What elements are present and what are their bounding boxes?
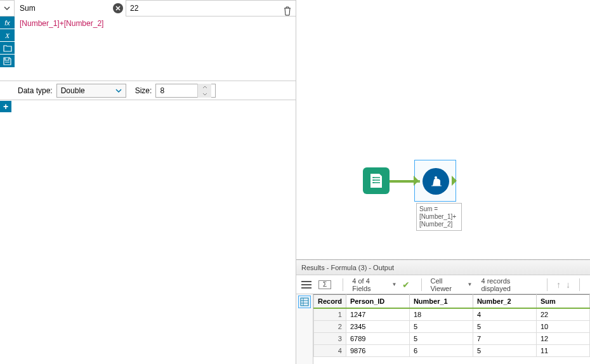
cell-personid: 1247 [346, 308, 409, 321]
cellviewer-caret-icon[interactable]: ▼ [468, 282, 473, 287]
results-toolbar: Σ 4 of 4 Fields ▼ ✔ Cell Viewer ▼ 4 reco… [296, 275, 590, 294]
fields-dropdown-caret-icon[interactable]: ▼ [392, 282, 397, 287]
svg-rect-5 [301, 298, 308, 306]
datatype-selected: Double [61, 86, 85, 95]
results-menu-icon[interactable] [300, 280, 313, 289]
delete-row-icon[interactable] [283, 6, 292, 18]
cell-number1: 5 [409, 321, 473, 333]
cell-number2: 4 [473, 308, 536, 321]
cell-number2: 5 [473, 345, 536, 357]
size-input[interactable] [156, 86, 197, 95]
expression-side-tools: fx X [0, 16, 15, 81]
table-view-icon[interactable] [298, 296, 311, 308]
size-label: Size: [135, 86, 152, 95]
formula-tool[interactable] [423, 168, 449, 195]
cell-number1: 5 [409, 333, 473, 345]
cell-record: 4 [314, 345, 346, 357]
cell-sum: 10 [536, 321, 589, 333]
results-view-strip [296, 294, 313, 364]
fields-summary: 4 of 4 Fields [352, 277, 388, 292]
datatype-row: Data type: Double Size: [0, 81, 296, 100]
size-stepper[interactable] [155, 84, 216, 98]
col-personid[interactable]: Person_ID [346, 295, 409, 309]
svg-point-4 [435, 176, 437, 179]
table-header-row: Record Person_ID Number_1 Number_2 Sum [314, 295, 590, 309]
save-disk-icon[interactable] [0, 55, 15, 67]
svg-point-0 [373, 177, 374, 178]
size-step-up[interactable] [198, 84, 211, 91]
cell-personid: 9876 [346, 345, 409, 357]
cell-number2: 7 [473, 333, 536, 345]
results-body: Record Person_ID Number_1 Number_2 Sum 1… [296, 294, 590, 364]
datatype-select[interactable]: Double [56, 84, 126, 98]
col-number1[interactable]: Number_1 [409, 295, 473, 309]
formula-field-row: 22 [0, 0, 296, 16]
results-table-container[interactable]: Record Person_ID Number_1 Number_2 Sum 1… [313, 294, 590, 364]
results-title: Results - Formula (3) - Output [296, 260, 590, 275]
cell-record: 3 [314, 333, 346, 345]
variables-icon[interactable]: X [0, 29, 15, 42]
datatype-label: Data type: [18, 86, 53, 95]
cell-sum: 11 [536, 345, 589, 357]
results-table: Record Person_ID Number_1 Number_2 Sum 1… [313, 294, 590, 357]
nav-down-icon[interactable]: ↓ [566, 280, 570, 290]
anchor-in-icon[interactable] [414, 176, 420, 186]
size-step-down[interactable] [198, 91, 211, 98]
table-row[interactable]: 367895712 [314, 333, 590, 345]
cell-personid: 6789 [346, 333, 409, 345]
svg-point-1 [373, 179, 374, 181]
add-formula-row: + [0, 100, 296, 113]
expression-area: fx X [Number_1]+[Number_2] [0, 16, 296, 81]
cell-number1: 18 [409, 308, 473, 321]
fields-check-icon[interactable]: ✔ [402, 280, 410, 290]
table-row[interactable]: 498766511 [314, 345, 590, 357]
cell-personid: 2345 [346, 321, 409, 333]
cell-record: 2 [314, 321, 346, 333]
formula-config-panel: 22 fx X [Number_1]+[Number_2] Data type:… [0, 0, 296, 364]
table-row[interactable]: 223455510 [314, 321, 590, 333]
cell-number2: 5 [473, 321, 536, 333]
output-field-name[interactable] [15, 0, 126, 16]
anchor-out-icon[interactable] [452, 176, 458, 186]
output-field-input[interactable] [18, 3, 101, 13]
expression-text: [Number_1]+[Number_2] [20, 19, 103, 28]
preview-value-cell: 22 [126, 4, 296, 13]
nav-up-icon[interactable]: ↑ [556, 280, 561, 290]
formula-tool-selected[interactable] [414, 160, 456, 202]
chevron-down-icon [115, 89, 122, 93]
clear-field-name-icon[interactable] [113, 3, 123, 13]
right-panel: Sum = [Number_1]+[Number_2] Results - Fo… [296, 0, 590, 364]
cell-record: 1 [314, 308, 346, 321]
cell-viewer-label[interactable]: Cell Viewer [430, 277, 463, 292]
col-record[interactable]: Record [314, 295, 346, 309]
open-folder-icon[interactable] [0, 42, 15, 55]
results-panel: Results - Formula (3) - Output Σ 4 of 4 … [296, 259, 590, 364]
svg-point-2 [373, 182, 374, 183]
col-number2[interactable]: Number_2 [473, 295, 536, 309]
records-summary: 4 records displayed [481, 277, 538, 292]
table-row[interactable]: 1124718422 [314, 308, 590, 321]
cell-number1: 6 [409, 345, 473, 357]
cell-sum: 12 [536, 333, 589, 345]
expression-editor[interactable]: [Number_1]+[Number_2] [15, 16, 296, 81]
col-sum[interactable]: Sum [536, 295, 589, 309]
results-sigma-icon[interactable]: Σ [318, 280, 331, 289]
add-field-button[interactable]: + [0, 101, 11, 112]
preview-value: 22 [130, 4, 138, 13]
fx-functions-icon[interactable]: fx [0, 16, 15, 29]
cell-sum: 22 [536, 308, 589, 321]
input-data-tool[interactable] [363, 167, 390, 194]
collapse-toggle[interactable] [0, 0, 15, 16]
workflow-canvas[interactable]: Sum = [Number_1]+[Number_2] [296, 0, 590, 259]
tool-annotation: Sum = [Number_1]+[Number_2] [416, 203, 462, 231]
